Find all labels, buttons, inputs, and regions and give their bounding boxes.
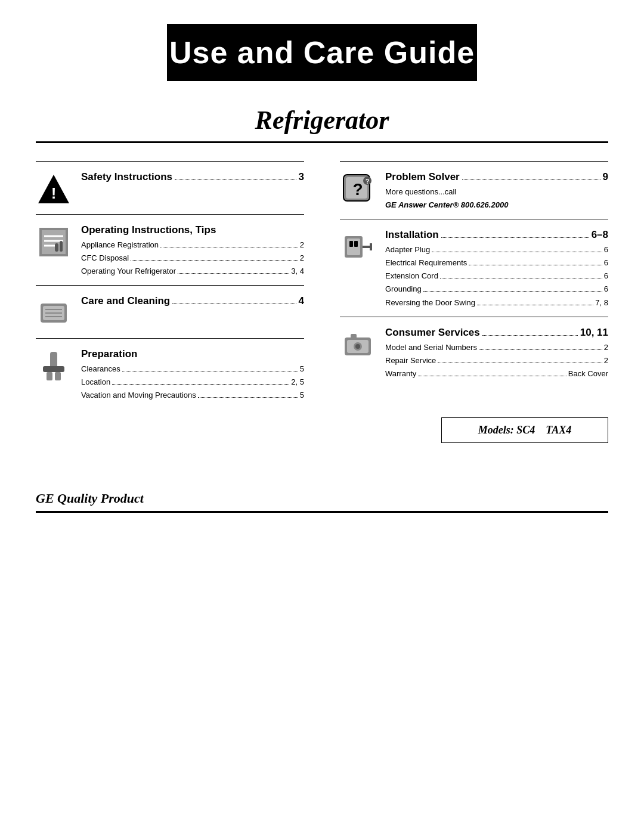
header-title: Use and Care Guide <box>169 35 475 70</box>
operating-text: Operating Instructions, Tips Appliance R… <box>81 224 304 278</box>
care-title: Care and Cleaning 4 <box>81 295 304 307</box>
divider-bottom <box>36 511 608 513</box>
page-subtitle: Refrigerator <box>0 105 644 135</box>
warning-icon: ! <box>36 171 72 207</box>
svg-rect-17 <box>55 372 61 380</box>
svg-rect-26 <box>354 241 358 247</box>
consumer-sub: Model and Serial Numbers 2 Repair Servic… <box>385 341 608 380</box>
preparation-sub: Clearances 5 Location 2, 5 Vacation and … <box>81 363 304 402</box>
toc-problem: ? ? Problem Solver 9 More questions...ca… <box>340 161 608 219</box>
care-icon <box>36 295 72 331</box>
sub-row: Location 2, 5 <box>81 376 304 389</box>
sub-row: Electrical Requirements 6 <box>385 256 608 270</box>
header-banner: Use and Care Guide <box>167 24 477 81</box>
col-right: ? ? Problem Solver 9 More questions...ca… <box>322 161 608 455</box>
sub-row: Adapter Plug 6 <box>385 243 608 256</box>
installation-sub: Adapter Plug 6 Electrical Requirements 6… <box>385 243 608 309</box>
toc-preparation: Preparation Clearances 5 Location 2, 5 V… <box>36 339 304 409</box>
subtitle-area: Refrigerator <box>0 105 644 135</box>
preparation-icon <box>36 348 72 384</box>
footer-area: GE Quality Product <box>36 491 608 513</box>
operating-title: Operating Instructions, Tips <box>81 224 304 236</box>
svg-rect-15 <box>43 366 64 372</box>
sub-row: Extension Cord 6 <box>385 270 608 283</box>
ge-quality-label: GE Quality Product <box>36 491 608 506</box>
toc-safety: ! Safety Instructions 3 <box>36 161 304 215</box>
svg-rect-7 <box>55 243 58 252</box>
svg-text:!: ! <box>51 184 57 202</box>
sub-row: Clearances 5 <box>81 363 304 376</box>
problem-title: Problem Solver 9 <box>385 171 608 183</box>
svg-rect-16 <box>47 372 52 380</box>
sub-row: Model and Serial Numbers 2 <box>385 341 608 354</box>
sub-row: Grounding 6 <box>385 283 608 296</box>
svg-text:?: ? <box>366 178 370 185</box>
toc-care: Care and Cleaning 4 <box>36 286 304 339</box>
installation-title: Installation 6–8 <box>385 229 608 241</box>
svg-text:?: ? <box>352 180 363 199</box>
svg-rect-33 <box>351 334 357 339</box>
consumer-title: Consumer Services 10, 11 <box>385 327 608 339</box>
problem-icon: ? ? <box>340 171 376 207</box>
operating-sub: Appliance Registration 2 CFC Disposal 2 … <box>81 239 304 278</box>
toc-installation: Installation 6–8 Adapter Plug 6 Electric… <box>340 219 608 317</box>
sub-row: CFC Disposal 2 <box>81 252 304 265</box>
models-box: Models: SC4 TAX4 <box>441 417 608 443</box>
consumer-icon <box>340 327 376 363</box>
safety-text: Safety Instructions 3 <box>81 171 304 183</box>
sub-row: Warranty Back Cover <box>385 367 608 380</box>
sub-row: Repair Service 2 <box>385 354 608 367</box>
safety-title: Safety Instructions 3 <box>81 171 304 183</box>
problem-extra: More questions...call GE Answer Center® … <box>385 185 608 212</box>
toc-operating: Operating Instructions, Tips Appliance R… <box>36 215 304 286</box>
svg-rect-25 <box>349 241 353 247</box>
svg-rect-8 <box>60 241 63 252</box>
care-text: Care and Cleaning 4 <box>81 295 304 307</box>
sub-row: Operating Your Refrigerator 3, 4 <box>81 265 304 278</box>
operating-icon <box>36 224 72 260</box>
divider-top <box>36 141 608 143</box>
installation-text: Installation 6–8 Adapter Plug 6 Electric… <box>385 229 608 309</box>
preparation-text: Preparation Clearances 5 Location 2, 5 V… <box>81 348 304 402</box>
sub-row: Reversing the Door Swing 7, 8 <box>385 296 608 309</box>
sub-row: Vacation and Moving Precautions 5 <box>81 389 304 402</box>
svg-point-32 <box>355 344 360 349</box>
toc-consumer: Consumer Services 10, 11 Model and Seria… <box>340 317 608 388</box>
svg-rect-24 <box>347 239 360 255</box>
main-content: ! Safety Instructions 3 <box>36 161 608 455</box>
sub-row: Appliance Registration 2 <box>81 239 304 252</box>
installation-icon <box>340 229 376 265</box>
problem-text: Problem Solver 9 More questions...call G… <box>385 171 608 212</box>
consumer-text: Consumer Services 10, 11 Model and Seria… <box>385 327 608 380</box>
preparation-title: Preparation <box>81 348 304 360</box>
col-left: ! Safety Instructions 3 <box>36 161 322 455</box>
